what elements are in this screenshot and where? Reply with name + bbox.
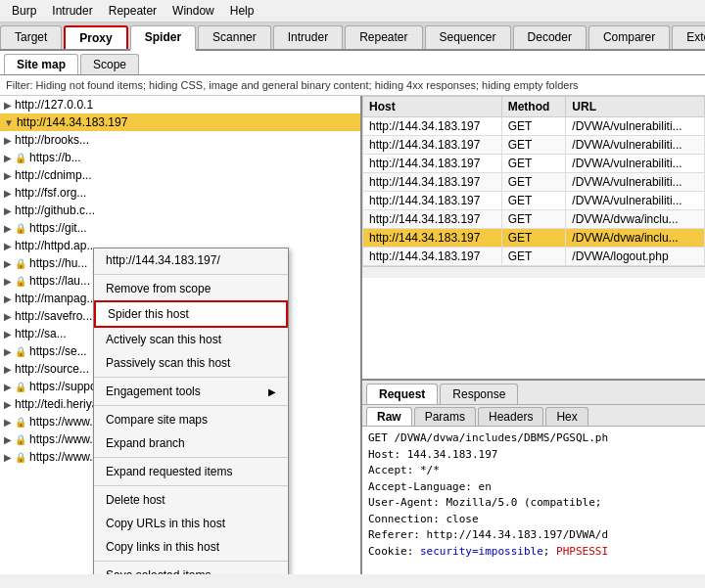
tree-label: http://savefro...	[15, 309, 92, 323]
menu-item-label: Expand requested items	[106, 465, 232, 478]
right-panel: Host Method URL http://144.34.183.197 GE…	[362, 96, 705, 574]
cell-host: http://144.34.183.197	[363, 155, 502, 173]
menu-item-label: Copy URLs in this host	[106, 517, 225, 530]
tab-target[interactable]: Target	[0, 25, 62, 49]
main-tabbar: Target Proxy Spider Scanner Intruder Rep…	[0, 23, 705, 51]
detail-subtab-hex[interactable]: Hex	[545, 407, 588, 426]
detail-tab-request[interactable]: Request	[366, 384, 438, 404]
menu-repeater[interactable]: Repeater	[101, 2, 164, 20]
tab-comparer[interactable]: Comparer	[588, 25, 670, 49]
tree-arrow-icon: ▶	[4, 434, 12, 445]
tree-item[interactable]: ▶🔒https://b...	[0, 149, 360, 166]
tree-arrow-icon: ▶	[4, 205, 12, 216]
tab-scanner[interactable]: Scanner	[198, 25, 271, 49]
context-menu-item-save-selected-items[interactable]: Save selected items	[94, 564, 288, 574]
tab-repeater[interactable]: Repeater	[345, 25, 422, 49]
context-menu-item-expand-requested-items[interactable]: Expand requested items	[94, 460, 288, 483]
tab-spider[interactable]: Spider	[130, 25, 196, 51]
tree-item[interactable]: ▶http://127.0.0.1	[0, 96, 360, 113]
menu-separator	[94, 485, 288, 486]
menu-window[interactable]: Window	[164, 2, 222, 20]
cell-host: http://144.34.183.197	[363, 248, 502, 266]
tab-intruder[interactable]: Intruder	[273, 25, 343, 49]
cell-method: GET	[501, 229, 566, 248]
menu-item-label: Passively scan this host	[106, 356, 230, 370]
detail-line: Referer: http://144.34.183.197/DVWA/d	[368, 527, 699, 544]
detail-subtab-params[interactable]: Params	[414, 407, 476, 426]
tree-label: http://sa...	[15, 327, 67, 340]
tree-item[interactable]: ▶http://github.c...	[0, 202, 360, 219]
tree-item[interactable]: ▶http://brooks...	[0, 131, 360, 149]
context-menu-item-compare-site-maps[interactable]: Compare site maps	[94, 408, 288, 431]
detail-tab-response[interactable]: Response	[440, 384, 518, 404]
tab-proxy[interactable]: Proxy	[64, 25, 127, 49]
lock-icon: 🔒	[15, 417, 26, 428]
subtab-sitemap[interactable]: Site map	[4, 54, 78, 74]
lock-icon: 🔒	[15, 434, 26, 445]
detail-subtab-headers[interactable]: Headers	[478, 407, 543, 426]
table-row[interactable]: http://144.34.183.197 GET /DVWA/logout.p…	[363, 248, 705, 266]
cell-url: /DVWA/vulnerabiliti...	[566, 155, 705, 173]
menu-intruder[interactable]: Intruder	[44, 2, 100, 20]
menu-item-label: Spider this host	[108, 307, 189, 321]
context-menu-item-copy-links-in-this-host[interactable]: Copy links in this host	[94, 535, 288, 559]
menu-separator	[94, 457, 288, 458]
table-row[interactable]: http://144.34.183.197 GET /DVWA/vulnerab…	[363, 173, 705, 192]
tree-arrow-icon: ▶	[4, 135, 12, 146]
tree-arrow-icon: ▶	[4, 417, 12, 428]
table-row[interactable]: http://144.34.183.197 GET /DVWA/vulnerab…	[363, 192, 705, 210]
table-row[interactable]: http://144.34.183.197 GET /DVWA/vulnerab…	[363, 136, 705, 155]
keyword-text: security=impossible	[420, 545, 543, 558]
cell-method: GET	[501, 117, 566, 136]
tab-decoder[interactable]: Decoder	[513, 25, 587, 49]
context-menu-item-passively-scan-this-host[interactable]: Passively scan this host	[94, 351, 288, 375]
context-menu-item-expand-branch[interactable]: Expand branch	[94, 431, 288, 455]
context-menu-item-actively-scan-this-host[interactable]: Actively scan this host	[94, 328, 288, 351]
table-row[interactable]: http://144.34.183.197 GET /DVWA/vulnerab…	[363, 117, 705, 136]
table-row[interactable]: http://144.34.183.197 GET /DVWA/vulnerab…	[363, 155, 705, 173]
tree-label: https://b...	[29, 151, 81, 164]
horizontal-scrollbar[interactable]	[362, 266, 705, 278]
tree-arrow-icon: ▶	[4, 399, 12, 410]
tree-item[interactable]: ▶http://cdnimp...	[0, 166, 360, 184]
tree-label: http://144.34.183.197	[17, 115, 127, 129]
context-menu-item-copy-urls-in-this-host[interactable]: Copy URLs in this host	[94, 512, 288, 535]
request-table[interactable]: Host Method URL http://144.34.183.197 GE…	[362, 96, 705, 379]
subtab-scope[interactable]: Scope	[80, 54, 139, 74]
tree-label: http://brooks...	[15, 133, 89, 147]
cell-method: GET	[501, 155, 566, 173]
cell-url: /DVWA/logout.php	[566, 248, 705, 266]
menubar: Burp Intruder Repeater Window Help	[0, 0, 705, 23]
table-row[interactable]: http://144.34.183.197 GET /DVWA/dvwa/inc…	[363, 229, 705, 248]
menu-item-label: Remove from scope	[106, 282, 211, 295]
tree-label: http://manpag...	[15, 292, 96, 305]
tree-label: https://hu...	[29, 256, 87, 270]
main-content: ▶http://127.0.0.1▼http://144.34.183.197▶…	[0, 96, 705, 574]
tree-arrow-icon: ▶	[4, 170, 12, 181]
requests-list: Host Method URL http://144.34.183.197 GE…	[362, 96, 705, 266]
tree-arrow-icon: ▶	[4, 100, 12, 111]
context-menu-item-delete-host[interactable]: Delete host	[94, 488, 288, 512]
col-method: Method	[501, 97, 566, 117]
context-menu-item-spider-this-host[interactable]: Spider this host	[94, 300, 288, 328]
tree-item[interactable]: ▼http://144.34.183.197	[0, 113, 360, 131]
tree-item[interactable]: ▶http://fsf.org...	[0, 184, 360, 202]
tree-arrow-icon: ▶	[4, 329, 12, 339]
table-row[interactable]: http://144.34.183.197 GET /DVWA/dvwa/inc…	[363, 210, 705, 229]
menu-burp[interactable]: Burp	[4, 2, 44, 20]
detail-subtab-raw[interactable]: Raw	[366, 407, 412, 426]
cell-url: /DVWA/vulnerabiliti...	[566, 173, 705, 192]
context-menu-item-http://144.34.183.197/[interactable]: http://144.34.183.197/	[94, 249, 288, 272]
context-menu-item-engagement-tools[interactable]: Engagement tools▶	[94, 380, 288, 403]
context-menu-item-remove-from-scope[interactable]: Remove from scope	[94, 277, 288, 300]
tab-sequencer[interactable]: Sequencer	[425, 25, 511, 49]
tab-extender[interactable]: Extender	[672, 25, 705, 49]
menu-item-label: Engagement tools	[106, 384, 201, 398]
tree-item[interactable]: ▶🔒https://git...	[0, 219, 360, 237]
detail-line: Accept: */*	[368, 463, 699, 479]
menu-help[interactable]: Help	[222, 2, 262, 20]
tree-arrow-icon: ▼	[4, 117, 14, 128]
cell-url: /DVWA/vulnerabiliti...	[566, 136, 705, 155]
lock-icon: 🔒	[15, 382, 26, 392]
cell-method: GET	[501, 192, 566, 210]
